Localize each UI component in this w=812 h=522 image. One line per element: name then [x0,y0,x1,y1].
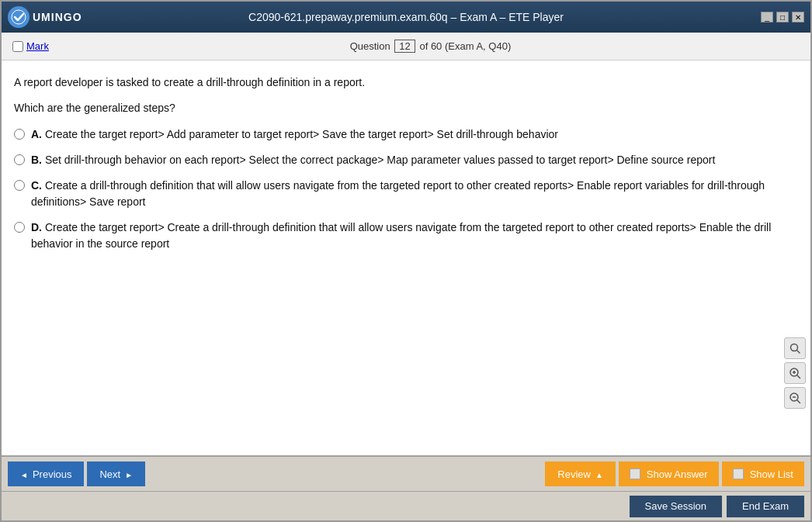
question-info: Question 12 of 60 (Exam A, Q40) [61,40,800,53]
option-b-radio[interactable] [14,154,25,165]
close-button[interactable]: ✕ [792,12,804,22]
svg-line-8 [797,400,800,403]
option-a[interactable]: A. Create the target report> Add paramet… [14,126,798,143]
review-button[interactable]: Review [545,462,616,486]
logo-text: UMINGO [33,11,82,23]
option-b-label: B. Set drill-through behavior on each re… [31,152,798,168]
option-a-label: A. Create the target report> Add paramet… [31,126,798,143]
review-icon [595,468,603,480]
window-controls: _ □ ✕ [761,12,804,22]
restore-button[interactable]: □ [776,12,789,22]
show-list-label: Show List [750,468,793,480]
title-bar-left: UMINGO [8,6,82,28]
show-list-checkbox [733,468,744,479]
svg-line-2 [797,351,800,354]
content-area: A report developer is tasked to create a… [2,60,810,455]
minimize-button[interactable]: _ [761,12,773,22]
previous-label: Previous [33,468,72,480]
option-b[interactable]: B. Set drill-through behavior on each re… [14,152,798,168]
end-exam-button[interactable]: End Exam [727,496,804,517]
option-d-label: D. Create the target report> Create a dr… [31,220,798,252]
sub-question-text: Which are the generalized steps? [14,102,798,114]
logo: UMINGO [8,6,82,28]
show-answer-button[interactable]: Show Answer [619,462,719,486]
next-icon [125,468,133,480]
review-label: Review [557,468,591,480]
previous-button[interactable]: Previous [8,462,84,486]
option-c-id: C. [31,179,45,192]
question-label: Question [350,40,390,52]
option-c-label: C. Create a drill-through definition tha… [31,178,798,210]
svg-point-0 [12,10,26,24]
svg-line-4 [797,375,800,379]
question-total: of 60 [419,40,442,52]
next-button[interactable]: Next [87,462,145,486]
option-c-radio[interactable] [14,180,25,191]
save-session-label: Save Session [645,500,707,512]
top-bar: Mark Question 12 of 60 (Exam A, Q40) [2,33,810,60]
title-bar: UMINGO C2090-621.prepaway.premium.exam.6… [2,2,810,33]
side-tools [784,337,806,409]
option-b-id: B. [31,154,45,166]
save-session-button[interactable]: Save Session [630,496,723,517]
option-d-id: D. [31,221,45,233]
question-number-badge: 12 [394,40,415,53]
option-d-radio[interactable] [14,222,25,233]
option-a-radio[interactable] [14,129,25,140]
end-exam-label: End Exam [742,500,789,512]
app-window: UMINGO C2090-621.prepaway.premium.exam.6… [0,0,812,522]
option-c[interactable]: C. Create a drill-through definition tha… [14,178,798,210]
question-context: (Exam A, Q40) [445,40,511,52]
bottom-action-bar: Save Session End Exam [2,491,810,520]
question-text: A report developer is tasked to create a… [14,74,798,91]
show-answer-label: Show Answer [647,468,708,480]
mark-section: Mark [12,40,49,52]
window-title: C2090-621.prepaway.premium.exam.60q – Ex… [248,11,564,23]
option-a-id: A. [31,128,45,140]
next-label: Next [99,468,120,480]
option-d[interactable]: D. Create the target report> Create a dr… [14,220,798,252]
show-list-button[interactable]: Show List [722,462,804,486]
mark-checkbox[interactable] [12,41,23,52]
logo-icon [8,6,29,28]
options-list: A. Create the target report> Add paramet… [14,126,798,252]
show-answer-checkbox [630,468,640,479]
mark-link[interactable]: Mark [26,40,49,52]
zoom-in-tool-button[interactable] [784,362,806,384]
search-tool-button[interactable] [784,337,806,359]
bottom-nav: Previous Next Review Show Answer Show Li… [2,455,810,491]
zoom-out-tool-button[interactable] [784,387,806,409]
previous-icon [20,468,28,480]
